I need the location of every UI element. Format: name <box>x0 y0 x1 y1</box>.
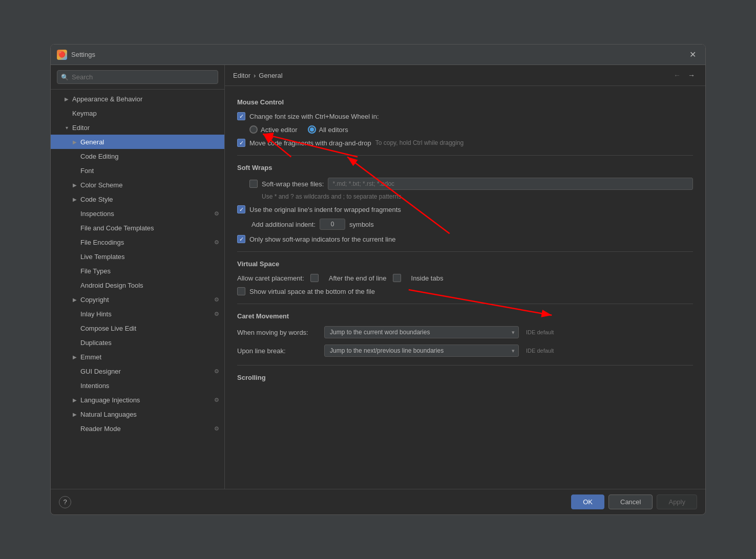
spacer-icon <box>71 339 78 346</box>
symbols-label: symbols <box>349 221 374 228</box>
sidebar-item-duplicates[interactable]: Duplicates <box>51 335 224 350</box>
spacer-icon <box>71 210 78 217</box>
nav-arrows: ← → <box>671 70 697 80</box>
only-show-label: Only show soft-wrap indicators for the c… <box>249 235 395 243</box>
upon-line-row: Upon line break: Jump to the next/previo… <box>237 345 693 357</box>
sidebar-tree: ▶ Appearance & Behavior Keymap ▾ Editor … <box>51 90 224 489</box>
spacer-icon <box>71 382 78 389</box>
breadcrumb-current: General <box>259 72 282 79</box>
nav-back-arrow[interactable]: ← <box>671 70 683 80</box>
add-indent-input[interactable] <box>320 219 345 230</box>
sidebar-item-keymap[interactable]: Keymap <box>51 106 224 120</box>
chevron-down-icon: ▾ <box>63 124 70 131</box>
sidebar-item-inspections[interactable]: Inspections ⚙ <box>51 206 224 221</box>
sidebar-item-compose-live[interactable]: Compose Live Edit <box>51 321 224 335</box>
spacer-icon <box>63 110 70 117</box>
sidebar-item-language-injections[interactable]: ▶ Language Injections ⚙ <box>51 393 224 407</box>
only-show-row: ✓ Only show soft-wrap indicators for the… <box>237 235 693 243</box>
show-virtual-checkbox[interactable] <box>237 287 245 295</box>
after-end-checkbox[interactable] <box>310 274 319 282</box>
sidebar-item-file-templates[interactable]: File and Code Templates <box>51 221 224 235</box>
inside-tabs-label: Inside tabs <box>411 274 444 282</box>
sidebar-item-file-types[interactable]: File Types <box>51 264 224 278</box>
sidebar-item-gui-designer[interactable]: GUI Designer ⚙ <box>51 364 224 378</box>
sidebar-item-font[interactable]: Font <box>51 163 224 178</box>
upon-line-select-wrap: Jump to the next/previous line boundarie… <box>324 345 519 357</box>
sidebar-item-appearance[interactable]: ▶ Appearance & Behavior <box>51 92 224 106</box>
sidebar-item-natural-languages[interactable]: ▶ Natural Languages <box>51 407 224 421</box>
soft-wrap-label: Soft-wrap these files: <box>262 180 324 188</box>
sidebar-item-code-style[interactable]: ▶ Code Style <box>51 192 224 206</box>
spacer-icon <box>71 167 78 174</box>
show-virtual-label: Show virtual space at the bottom of the … <box>249 288 375 295</box>
soft-wrap-input[interactable] <box>328 178 693 190</box>
bottom-bar: ? OK Cancel Apply <box>51 489 705 514</box>
search-box: 🔍 <box>51 65 224 90</box>
move-code-checkbox[interactable]: ✓ <box>237 139 245 147</box>
radio-active-label: Active editor <box>261 126 298 134</box>
after-end-label: After the end of line <box>329 274 387 282</box>
change-font-row: ✓ Change font size with Ctrl+Mouse Wheel… <box>237 112 693 120</box>
soft-wrap-checkbox[interactable] <box>249 180 258 188</box>
sidebar-item-file-encodings[interactable]: File Encodings ⚙ <box>51 235 224 249</box>
cancel-button[interactable]: Cancel <box>608 494 653 509</box>
radio-all-btn[interactable] <box>308 125 316 134</box>
sidebar-item-inlay-hints[interactable]: Inlay Hints ⚙ <box>51 307 224 321</box>
spacer-icon <box>71 239 78 246</box>
soft-wrap-hint: Use * and ? as wildcards and ; to separa… <box>237 193 693 200</box>
action-buttons: OK Cancel Apply <box>571 494 697 509</box>
close-button[interactable]: ✕ <box>686 49 699 60</box>
sidebar-item-android-design[interactable]: Android Design Tools <box>51 278 224 292</box>
sidebar-item-reader-mode[interactable]: Reader Mode ⚙ <box>51 421 224 436</box>
sidebar-item-emmet[interactable]: ▶ Emmet <box>51 350 224 364</box>
scrolling-title: Scrolling <box>237 374 693 381</box>
panel-settings-icon: ⚙ <box>213 368 220 375</box>
upon-line-ide-badge: IDE default <box>526 348 554 354</box>
breadcrumb: Editor › General <box>233 72 283 79</box>
sidebar-item-live-templates[interactable]: Live Templates <box>51 249 224 264</box>
sidebar-item-editor[interactable]: ▾ Editor <box>51 120 224 135</box>
allow-caret-row: Allow caret placement: After the end of … <box>237 274 693 282</box>
show-virtual-row: Show virtual space at the bottom of the … <box>237 287 693 295</box>
breadcrumb-parent: Editor <box>233 72 250 79</box>
radio-group: Active editor All editors <box>249 125 693 134</box>
spacer-icon <box>71 224 78 231</box>
radio-active-btn[interactable] <box>249 125 258 134</box>
chevron-right-icon: ▶ <box>71 353 78 360</box>
settings-dialog: 🔴 Settings ✕ 🔍 ▶ Appearance & Behavior <box>50 44 706 515</box>
upon-line-select[interactable]: Jump to the next/previous line boundarie… <box>324 345 519 357</box>
apply-button[interactable]: Apply <box>657 494 697 509</box>
spacer-icon <box>71 368 78 375</box>
chevron-right-icon: ▶ <box>71 138 78 145</box>
breadcrumb-bar: Editor › General ← → <box>225 65 705 86</box>
settings-content: Mouse Control ✓ Change font size with Ct… <box>225 86 705 489</box>
search-icon: 🔍 <box>61 74 69 81</box>
change-font-checkbox[interactable]: ✓ <box>237 112 245 120</box>
sidebar-item-intentions[interactable]: Intentions <box>51 378 224 393</box>
chevron-right-icon: ▶ <box>71 181 78 188</box>
when-moving-select[interactable]: Jump to the current word boundaries <box>324 326 519 338</box>
use-original-checkbox[interactable]: ✓ <box>237 205 245 213</box>
only-show-checkbox[interactable]: ✓ <box>237 235 245 243</box>
chevron-right-icon: ▶ <box>71 196 78 203</box>
ok-button[interactable]: OK <box>571 494 604 509</box>
right-panel: Editor › General ← → Mouse Control ✓ Cha… <box>225 65 705 489</box>
mouse-control-title: Mouse Control <box>237 98 693 106</box>
panel-settings-icon: ⚙ <box>213 210 220 217</box>
radio-all-editors[interactable]: All editors <box>308 125 348 134</box>
move-code-row: ✓ Move code fragments with drag-and-drop… <box>237 139 693 147</box>
sidebar-item-copyright[interactable]: ▶ Copyright ⚙ <box>51 292 224 307</box>
move-code-label: Move code fragments with drag-and-drop <box>249 139 371 147</box>
nav-forward-arrow[interactable]: → <box>686 70 697 80</box>
search-input[interactable] <box>57 70 218 84</box>
when-moving-ide-badge: IDE default <box>526 329 554 335</box>
help-button[interactable]: ? <box>59 496 71 508</box>
spacer-icon <box>71 282 78 289</box>
sidebar-item-code-editing[interactable]: Code Editing <box>51 149 224 163</box>
sidebar-item-color-scheme[interactable]: ▶ Color Scheme <box>51 178 224 192</box>
soft-wrap-row: Soft-wrap these files: <box>237 178 693 190</box>
move-code-hint: To copy, hold Ctrl while dragging <box>375 139 464 146</box>
inside-tabs-checkbox[interactable] <box>393 274 401 282</box>
radio-active-editor[interactable]: Active editor <box>249 125 298 134</box>
sidebar-item-general[interactable]: ▶ General <box>51 135 224 149</box>
